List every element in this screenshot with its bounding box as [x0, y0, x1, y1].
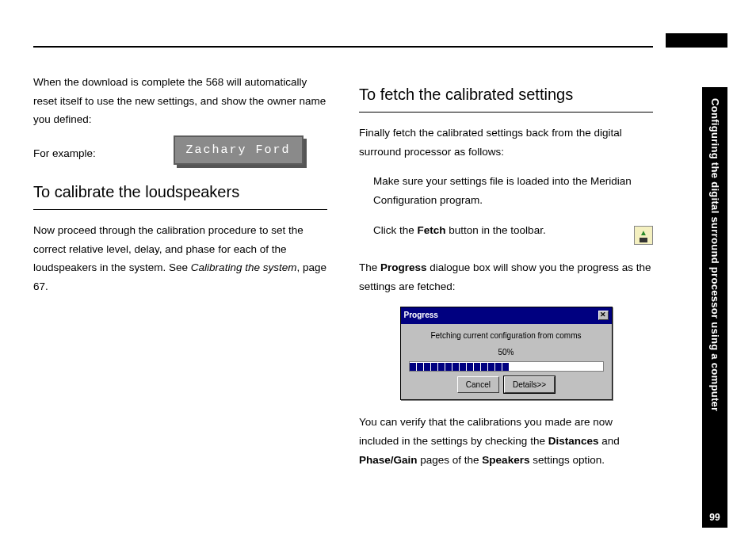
- progress-dialog-buttons: Cancel Details>>: [409, 376, 604, 394]
- right-column: To fetch the calibrated settings Finally…: [359, 73, 653, 480]
- heading-calibrate: To calibrate the loudspeakers: [33, 178, 327, 206]
- page-number: 99: [709, 512, 720, 523]
- progress-dialog: Progress ✕ Fetching current configuratio…: [400, 307, 613, 400]
- side-tab-accent: [666, 33, 727, 48]
- heading-fetch-rule: [359, 112, 653, 113]
- fetch-step-2-bold: Fetch: [418, 224, 446, 236]
- progress-dialog-title: Progress: [404, 308, 438, 322]
- heading-calibrate-rule: [33, 209, 327, 210]
- progress-dialog-titlebar: Progress ✕: [401, 307, 612, 324]
- chapter-sidebar: Configuring the digital surround process…: [702, 87, 727, 507]
- owner-name-text: Zachary Ford: [174, 135, 304, 165]
- fetch-step-2-row: Click the Fetch button in the toolbar. ▲: [359, 221, 653, 251]
- page-number-box: 99: [702, 507, 727, 528]
- chapter-title: Configuring the digital surround process…: [709, 98, 721, 411]
- progress-dialog-message: Fetching current configuration from comm…: [409, 329, 604, 343]
- verify-post: settings option.: [529, 454, 605, 466]
- progress-dialog-wrap: Progress ✕ Fetching current configuratio…: [359, 307, 653, 400]
- heading-fetch: To fetch the calibrated settings: [359, 81, 653, 109]
- progress-dialog-percent: 50%: [409, 345, 604, 360]
- fetch-toolbar-icon[interactable]: ▲: [634, 226, 653, 245]
- example-prefix: For example:: [33, 147, 96, 159]
- fetch-step-2: Click the Fetch button in the toolbar.: [373, 221, 546, 240]
- verify-b1: Distances: [548, 435, 599, 447]
- verify-mid2: pages of the: [418, 454, 483, 466]
- progress-sentence: The Progress dialogue box will show you …: [359, 258, 653, 296]
- owner-name-badge: Zachary Ford: [174, 140, 304, 161]
- content-columns: When the download is complete the 568 wi…: [33, 73, 653, 480]
- progress-sentence-pre: The: [359, 261, 380, 273]
- details-button[interactable]: Details>>: [504, 376, 555, 394]
- fetch-step-2-pre: Click the: [373, 224, 418, 236]
- fetch-step-2-post: button in the toolbar.: [446, 224, 546, 236]
- close-icon[interactable]: ✕: [598, 311, 609, 320]
- cancel-button[interactable]: Cancel: [457, 376, 499, 394]
- progress-sentence-bold: Progress: [380, 261, 427, 273]
- progress-dialog-body: Fetching current configuration from comm…: [401, 324, 612, 400]
- left-column: When the download is complete the 568 wi…: [33, 73, 327, 480]
- verify-paragraph: You can verify that the calibrations you…: [359, 413, 653, 469]
- calibrate-text-em: Calibrating the system: [191, 261, 297, 273]
- progress-bar: [409, 361, 604, 372]
- upload-arrow-icon: ▲: [640, 229, 647, 237]
- verify-b3: Speakers: [482, 454, 529, 466]
- verify-b2: Phase/Gain: [359, 454, 418, 466]
- device-icon: [640, 238, 647, 242]
- fetch-intro: Finally fetch the calibrated settings ba…: [359, 124, 653, 161]
- verify-mid1: and: [598, 435, 619, 447]
- fetch-step-1: Make sure your settings file is loaded i…: [359, 172, 653, 209]
- example-line: For example: Zachary Ford: [33, 140, 327, 167]
- calibrate-paragraph: Now proceed through the calibration proc…: [33, 221, 327, 296]
- page: Configuring the digital surround process…: [0, 0, 756, 534]
- top-rule: [33, 46, 653, 48]
- intro-paragraph: When the download is complete the 568 wi…: [33, 73, 327, 129]
